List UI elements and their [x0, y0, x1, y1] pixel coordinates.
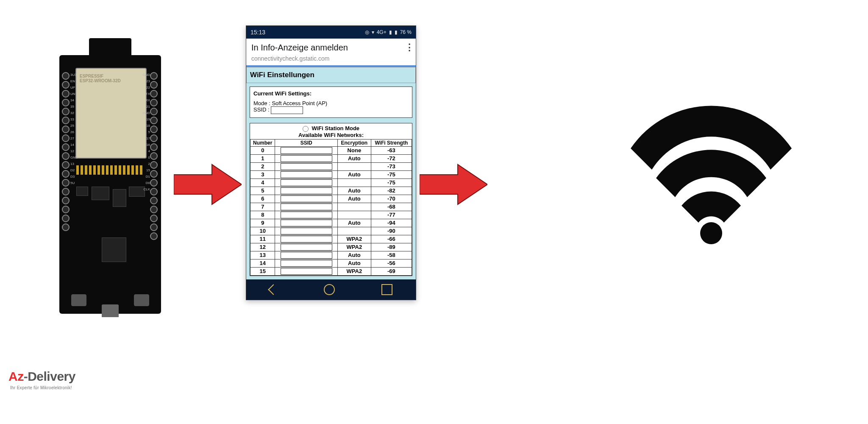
android-nav-bar [246, 279, 416, 300]
status-bar: 15:13 ◎ ▾ 4G+ ▮ ▮ 76 % [246, 26, 416, 39]
pin-label: 4 [142, 149, 150, 153]
ssid-field[interactable] [281, 179, 332, 186]
table-row[interactable]: 12WPA2-89 [250, 243, 412, 251]
station-mode-radio[interactable] [303, 126, 309, 132]
table-row[interactable]: 14Auto-56 [250, 259, 412, 267]
svg-marker-1 [420, 165, 487, 204]
chip-vendor: ESPRESSIF [80, 74, 121, 78]
pin-label: GND [142, 73, 150, 77]
ssid-field[interactable] [281, 252, 332, 259]
pin-label: RX [142, 98, 150, 102]
mode-line: Mode : Soft Access Point (AP) [253, 100, 409, 106]
brand-a: Az [8, 369, 24, 383]
table-header-row: Number SSID Encryption WiFi Strength [250, 139, 412, 146]
nav-home-icon[interactable] [324, 284, 335, 295]
station-mode-label: WiFi Station Mode [312, 125, 360, 131]
ssid-field[interactable] [281, 204, 332, 210]
wifi-status-icon: ▾ [372, 29, 374, 35]
board-components [76, 187, 144, 233]
table-row[interactable]: 10-90 [250, 227, 412, 235]
battery-icon: ▮ [395, 29, 398, 35]
table-row[interactable]: 3Auto-75 [250, 170, 412, 179]
table-row[interactable]: 9Auto-94 [250, 219, 412, 227]
pin-label: D3 [70, 175, 79, 179]
available-networks-label: Available WiFi Networks: [298, 132, 364, 138]
pin-label: 21 [142, 105, 150, 109]
pin-label: 26 [70, 130, 79, 134]
brand-b: Delivery [28, 369, 75, 383]
pin-label: 12 [70, 149, 79, 153]
page-title: In Info-Anzeige anmelden [251, 43, 348, 53]
overflow-menu-icon[interactable]: ··· [408, 43, 411, 53]
ssid-field[interactable] [281, 268, 332, 275]
ssid-field[interactable] [281, 212, 332, 218]
pin-label: EN [70, 79, 79, 83]
phone-mockup: 15:13 ◎ ▾ 4G+ ▮ ▮ 76 % In Info-Anzeige a… [246, 25, 416, 300]
ssid-field[interactable] [281, 163, 332, 170]
pin-header-left [62, 72, 70, 231]
brand-dash: - [24, 369, 28, 383]
pin-label: 0 [142, 156, 150, 159]
col-strength: WiFi Strength [371, 139, 412, 146]
svg-point-2 [700, 222, 722, 244]
pin-label: 34 [70, 98, 79, 102]
pin-label: 16 [142, 143, 150, 147]
brand-tagline: Ihr Experte für Mikroelektronik! [10, 385, 72, 390]
networks-table: Number SSID Encryption WiFi Strength 0No… [250, 139, 412, 276]
signal-icon: ▮ [389, 29, 392, 35]
pin-label: 3U3 [70, 73, 79, 77]
pin-label: GND [142, 111, 150, 115]
table-row[interactable]: 0None-63 [250, 146, 412, 154]
table-row[interactable]: 8-77 [250, 211, 412, 219]
networks-box: WiFi Station Mode Available WiFi Network… [250, 123, 412, 276]
ssid-field[interactable] [281, 171, 332, 178]
ssid-label: SSID : [253, 107, 270, 113]
col-number: Number [250, 139, 275, 146]
ssid-field[interactable] [281, 155, 332, 162]
ssid-field[interactable] [281, 260, 332, 267]
nav-back-icon[interactable] [268, 284, 278, 295]
table-row[interactable]: 7-68 [250, 203, 412, 211]
mode-value: Soft Access Point (AP) [272, 100, 327, 106]
mode-label: Mode : [253, 100, 270, 106]
ssid-field[interactable] [281, 187, 332, 194]
table-row[interactable]: 11WPA2-66 [250, 235, 412, 243]
ssid-field[interactable] [281, 147, 332, 154]
table-row[interactable]: 1Auto-72 [250, 154, 412, 162]
table-row[interactable]: 15WPA2-69 [250, 267, 412, 275]
pin-label: 25 [70, 124, 79, 128]
pin-label: 19 [142, 117, 150, 121]
nav-recent-icon[interactable] [381, 284, 392, 295]
pin-labels-right: GND2322TXRX21GND19185171640215D1D0CLK [142, 73, 150, 191]
ssid-field[interactable] [281, 228, 332, 234]
svg-marker-0 [174, 165, 242, 204]
ssid-field[interactable] [281, 244, 332, 251]
pin-label: CLK [142, 187, 150, 191]
pin-label: 15 [142, 168, 150, 172]
wifi-icon [622, 98, 800, 250]
micro-usb-port [102, 304, 119, 317]
page-subtitle: connectivitycheck.gstatic.com [246, 55, 416, 65]
ssid-field[interactable] [281, 195, 332, 202]
col-encryption: Encryption [338, 139, 371, 146]
network-label: 4G+ [377, 29, 387, 35]
app-header: In Info-Anzeige anmelden ··· [246, 39, 416, 55]
pin-label: 23 [142, 79, 150, 83]
esp32-board: ESPRESSIF ESP32-WROOM-32D 3U3ENUPUN34353… [59, 55, 161, 314]
pin-label: 35 [70, 105, 79, 109]
ssid-field[interactable] [281, 236, 332, 243]
ssid-input[interactable] [271, 106, 303, 114]
table-row[interactable]: 13Auto-58 [250, 251, 412, 259]
usb-serial-chip [102, 237, 126, 262]
table-row[interactable]: 2-73 [250, 162, 412, 170]
table-row[interactable]: 4-75 [250, 179, 412, 187]
pin-label: D1 [142, 175, 150, 179]
ssid-field[interactable] [281, 220, 332, 226]
status-icons: ◎ ▾ 4G+ ▮ ▮ 76 % [365, 29, 412, 35]
table-row[interactable]: 5Auto-82 [250, 187, 412, 195]
table-row[interactable]: 6Auto-70 [250, 195, 412, 203]
pin-label: 5 [142, 130, 150, 134]
pin-label: D2 [70, 168, 79, 172]
section-heading: WiFi Einstellungen [246, 67, 416, 83]
chip-model: ESP32-WROOM-32D [80, 78, 121, 83]
